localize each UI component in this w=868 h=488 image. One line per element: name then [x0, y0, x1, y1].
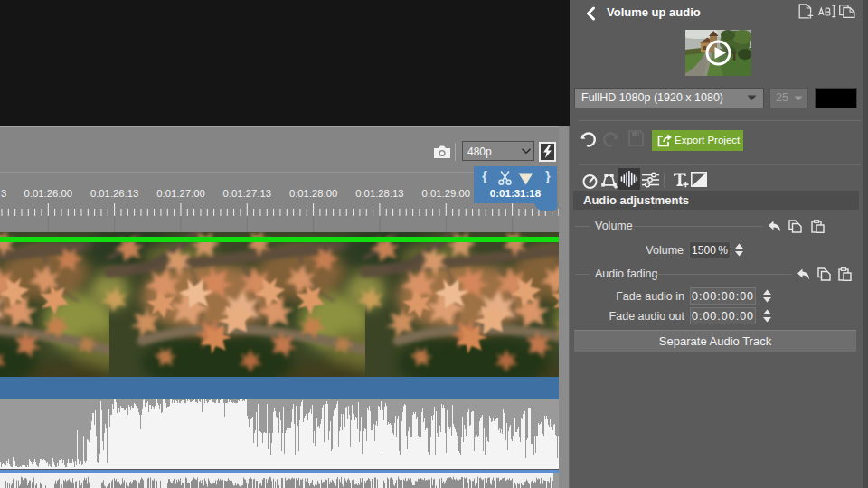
svg-text:0:01:29:00: 0:01:29:00 [422, 188, 470, 199]
svg-text:0:01:27:13: 0:01:27:13 [223, 188, 271, 199]
svg-text:0:01:26:13: 0:01:26:13 [90, 188, 138, 199]
svg-text:0:01:28:00: 0:01:28:00 [289, 188, 337, 199]
svg-text:3: 3 [1, 188, 6, 199]
svg-text:0:01:28:13: 0:01:28:13 [355, 188, 403, 199]
svg-text:0:01:26:00: 0:01:26:00 [24, 188, 72, 199]
svg-text:0:01:27:00: 0:01:27:00 [156, 188, 204, 199]
